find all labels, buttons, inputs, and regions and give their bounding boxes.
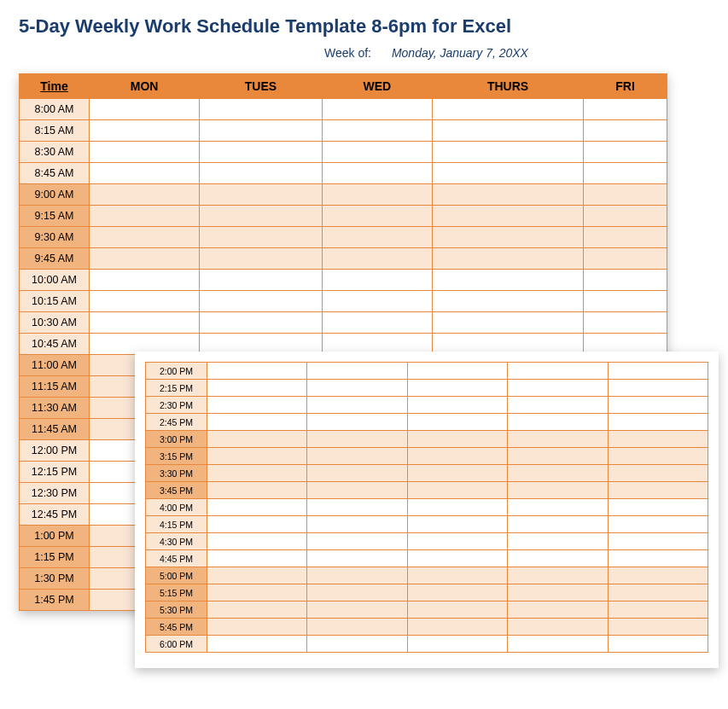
schedule-cell[interactable] bbox=[200, 120, 323, 142]
schedule-cell[interactable] bbox=[207, 414, 307, 431]
schedule-cell[interactable] bbox=[307, 499, 407, 516]
schedule-cell[interactable] bbox=[608, 533, 708, 550]
schedule-cell[interactable] bbox=[584, 184, 667, 206]
schedule-cell[interactable] bbox=[584, 248, 667, 270]
schedule-cell[interactable] bbox=[207, 567, 307, 584]
schedule-cell[interactable] bbox=[322, 248, 432, 270]
schedule-cell[interactable] bbox=[307, 584, 407, 601]
schedule-cell[interactable] bbox=[307, 533, 407, 550]
schedule-cell[interactable] bbox=[508, 482, 608, 499]
schedule-cell[interactable] bbox=[207, 482, 307, 499]
schedule-cell[interactable] bbox=[432, 312, 583, 334]
schedule-cell[interactable] bbox=[407, 601, 507, 619]
schedule-cell[interactable] bbox=[407, 380, 507, 397]
schedule-cell[interactable] bbox=[407, 397, 507, 414]
schedule-cell[interactable] bbox=[432, 120, 583, 142]
schedule-cell[interactable] bbox=[200, 163, 323, 184]
schedule-cell[interactable] bbox=[207, 550, 307, 567]
schedule-cell[interactable] bbox=[508, 499, 608, 516]
schedule-cell[interactable] bbox=[322, 184, 432, 206]
schedule-cell[interactable] bbox=[407, 567, 507, 584]
schedule-cell[interactable] bbox=[508, 448, 608, 465]
schedule-cell[interactable] bbox=[508, 567, 608, 584]
schedule-cell[interactable] bbox=[207, 431, 307, 448]
schedule-cell[interactable] bbox=[200, 206, 323, 227]
schedule-cell[interactable] bbox=[307, 550, 407, 567]
schedule-cell[interactable] bbox=[90, 142, 200, 163]
schedule-cell[interactable] bbox=[322, 206, 432, 227]
schedule-cell[interactable] bbox=[432, 99, 583, 120]
schedule-cell[interactable] bbox=[307, 619, 407, 636]
schedule-cell[interactable] bbox=[207, 499, 307, 516]
schedule-cell[interactable] bbox=[608, 465, 708, 482]
schedule-cell[interactable] bbox=[90, 163, 200, 184]
schedule-cell[interactable] bbox=[307, 380, 407, 397]
schedule-cell[interactable] bbox=[407, 431, 507, 448]
schedule-cell[interactable] bbox=[207, 465, 307, 482]
schedule-cell[interactable] bbox=[407, 465, 507, 482]
schedule-cell[interactable] bbox=[322, 227, 432, 248]
schedule-cell[interactable] bbox=[584, 270, 667, 291]
schedule-cell[interactable] bbox=[608, 499, 708, 516]
schedule-cell[interactable] bbox=[508, 516, 608, 533]
schedule-cell[interactable] bbox=[322, 99, 432, 120]
schedule-cell[interactable] bbox=[608, 619, 708, 636]
schedule-cell[interactable] bbox=[584, 312, 667, 334]
schedule-cell[interactable] bbox=[322, 312, 432, 334]
schedule-cell[interactable] bbox=[407, 363, 507, 380]
schedule-cell[interactable] bbox=[608, 516, 708, 533]
schedule-cell[interactable] bbox=[432, 206, 583, 227]
schedule-cell[interactable] bbox=[508, 550, 608, 567]
schedule-cell[interactable] bbox=[90, 227, 200, 248]
schedule-cell[interactable] bbox=[432, 248, 583, 270]
schedule-cell[interactable] bbox=[200, 227, 323, 248]
schedule-cell[interactable] bbox=[608, 448, 708, 465]
schedule-cell[interactable] bbox=[608, 397, 708, 414]
schedule-cell[interactable] bbox=[207, 380, 307, 397]
schedule-cell[interactable] bbox=[200, 312, 323, 334]
schedule-cell[interactable] bbox=[307, 601, 407, 619]
schedule-cell[interactable] bbox=[608, 636, 708, 653]
schedule-cell[interactable] bbox=[608, 482, 708, 499]
schedule-cell[interactable] bbox=[200, 142, 323, 163]
schedule-cell[interactable] bbox=[432, 163, 583, 184]
schedule-cell[interactable] bbox=[508, 636, 608, 653]
schedule-cell[interactable] bbox=[407, 533, 507, 550]
schedule-cell[interactable] bbox=[407, 619, 507, 636]
schedule-cell[interactable] bbox=[608, 431, 708, 448]
schedule-cell[interactable] bbox=[584, 120, 667, 142]
schedule-cell[interactable] bbox=[200, 270, 323, 291]
schedule-cell[interactable] bbox=[207, 448, 307, 465]
schedule-cell[interactable] bbox=[608, 550, 708, 567]
schedule-cell[interactable] bbox=[407, 584, 507, 601]
schedule-cell[interactable] bbox=[207, 601, 307, 619]
schedule-cell[interactable] bbox=[508, 380, 608, 397]
schedule-cell[interactable] bbox=[407, 499, 507, 516]
schedule-cell[interactable] bbox=[432, 291, 583, 312]
schedule-cell[interactable] bbox=[307, 567, 407, 584]
schedule-cell[interactable] bbox=[407, 482, 507, 499]
schedule-cell[interactable] bbox=[200, 184, 323, 206]
schedule-cell[interactable] bbox=[207, 516, 307, 533]
schedule-cell[interactable] bbox=[432, 227, 583, 248]
schedule-cell[interactable] bbox=[90, 99, 200, 120]
schedule-cell[interactable] bbox=[608, 380, 708, 397]
schedule-cell[interactable] bbox=[322, 120, 432, 142]
schedule-cell[interactable] bbox=[200, 291, 323, 312]
schedule-cell[interactable] bbox=[584, 99, 667, 120]
schedule-cell[interactable] bbox=[432, 184, 583, 206]
schedule-cell[interactable] bbox=[307, 465, 407, 482]
schedule-cell[interactable] bbox=[307, 636, 407, 653]
schedule-cell[interactable] bbox=[508, 397, 608, 414]
schedule-cell[interactable] bbox=[90, 291, 200, 312]
schedule-cell[interactable] bbox=[307, 414, 407, 431]
schedule-cell[interactable] bbox=[322, 291, 432, 312]
schedule-cell[interactable] bbox=[508, 533, 608, 550]
schedule-cell[interactable] bbox=[200, 99, 323, 120]
schedule-cell[interactable] bbox=[508, 431, 608, 448]
schedule-cell[interactable] bbox=[90, 312, 200, 334]
schedule-cell[interactable] bbox=[608, 414, 708, 431]
schedule-cell[interactable] bbox=[608, 567, 708, 584]
schedule-cell[interactable] bbox=[584, 142, 667, 163]
schedule-cell[interactable] bbox=[322, 163, 432, 184]
